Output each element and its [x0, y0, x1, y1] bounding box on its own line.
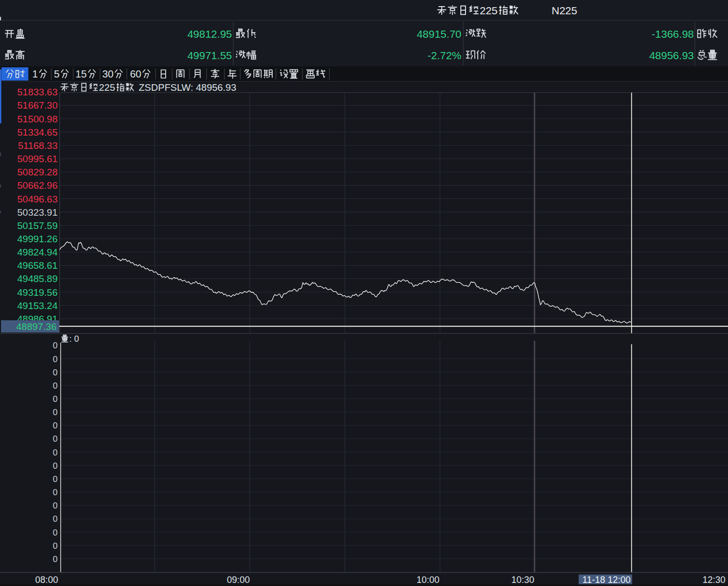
- svg-text:225: 225: [99, 82, 115, 93]
- svg-text:09:00: 09:00: [227, 575, 250, 585]
- svg-text:50995.61: 50995.61: [17, 154, 58, 164]
- svg-text:225: 225: [480, 5, 498, 16]
- svg-text:0: 0: [53, 501, 58, 511]
- svg-text:49658.61: 49658.61: [17, 260, 58, 271]
- svg-text:51667.30: 51667.30: [17, 100, 58, 111]
- svg-text:51833.63: 51833.63: [17, 87, 58, 97]
- svg-text:5: 5: [54, 68, 60, 80]
- svg-text:48956.93: 48956.93: [649, 49, 694, 61]
- svg-text:: 0: : 0: [69, 334, 79, 344]
- svg-text:51334.65: 51334.65: [17, 127, 58, 138]
- svg-text:0: 0: [53, 434, 58, 444]
- svg-text:0: 0: [53, 381, 58, 391]
- svg-text:30: 30: [102, 68, 113, 80]
- svg-text:15: 15: [75, 68, 87, 80]
- svg-text:50662.96: 50662.96: [17, 180, 58, 191]
- svg-text:0: 0: [53, 448, 58, 457]
- svg-text:48915.70: 48915.70: [417, 28, 461, 40]
- svg-text:0: 0: [53, 341, 58, 350]
- svg-text:08:00: 08:00: [35, 575, 58, 585]
- svg-text:0: 0: [53, 394, 58, 404]
- svg-text:0: 0: [53, 421, 58, 430]
- svg-text:-2.72%: -2.72%: [427, 49, 461, 61]
- svg-text:0: 0: [53, 554, 58, 564]
- svg-text:49991.26: 49991.26: [17, 234, 58, 244]
- svg-text:0: 0: [53, 461, 58, 471]
- svg-text:0: 0: [53, 541, 58, 551]
- svg-text:12:30: 12:30: [703, 575, 725, 585]
- svg-text:49485.89: 49485.89: [17, 273, 58, 284]
- svg-text:60: 60: [130, 68, 141, 80]
- svg-text:0: 0: [53, 488, 58, 497]
- svg-text:ZSDPFSLW: 48956.93: ZSDPFSLW: 48956.93: [139, 82, 237, 93]
- svg-text:51168.33: 51168.33: [18, 140, 58, 151]
- svg-text:1: 1: [32, 68, 38, 80]
- svg-text:0: 0: [53, 354, 58, 364]
- svg-text:-1366.98: -1366.98: [652, 28, 694, 40]
- svg-text:49824.94: 49824.94: [17, 247, 58, 258]
- svg-text:11-18 12:00: 11-18 12:00: [582, 575, 631, 585]
- svg-text:49812.95: 49812.95: [187, 28, 232, 40]
- svg-text:0: 0: [53, 474, 58, 484]
- svg-text:0: 0: [53, 407, 58, 417]
- svg-text:50157.59: 50157.59: [17, 220, 58, 231]
- svg-text:49319.56: 49319.56: [17, 287, 58, 298]
- svg-text:N225: N225: [552, 5, 577, 16]
- svg-text:49971.55: 49971.55: [187, 49, 232, 61]
- svg-text:10:00: 10:00: [417, 575, 439, 585]
- svg-text:50496.63: 50496.63: [17, 194, 58, 205]
- svg-text:0: 0: [53, 528, 58, 538]
- svg-text:50829.28: 50829.28: [17, 167, 58, 177]
- svg-text:48897.36: 48897.36: [16, 321, 57, 332]
- svg-text:10:30: 10:30: [511, 575, 534, 585]
- svg-text:0: 0: [53, 368, 58, 377]
- svg-text:0: 0: [53, 514, 58, 524]
- svg-text:49153.24: 49153.24: [17, 300, 58, 311]
- svg-text:51500.98: 51500.98: [17, 114, 58, 124]
- svg-text:50323.91: 50323.91: [17, 207, 58, 218]
